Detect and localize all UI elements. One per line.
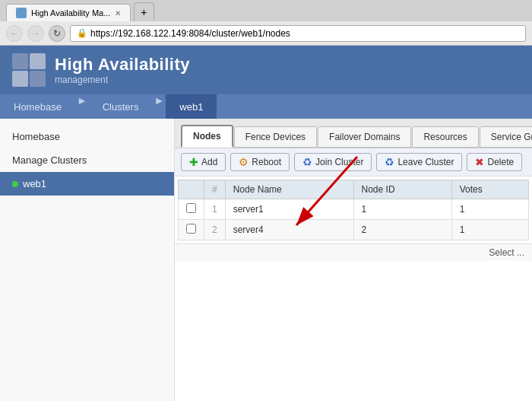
browser-nav-bar: ← → ↻ 🔒 https://192.168.122.149:8084/clu… <box>0 21 532 46</box>
browser-tab-bar: High Availability Ma... ✕ + <box>0 0 532 21</box>
tab-close-button[interactable]: ✕ <box>115 9 121 18</box>
nodes-table: # Node Name Node ID Votes 1 server1 1 1 … <box>178 180 529 240</box>
tab-favicon <box>16 8 27 18</box>
active-dot <box>12 181 18 187</box>
logo-cell-4 <box>30 71 46 87</box>
row-votes: 1 <box>451 199 528 220</box>
row-node-id: 1 <box>353 199 451 220</box>
sidebar-item-homebase[interactable]: Homebase <box>0 125 174 148</box>
row-index: 2 <box>204 220 226 240</box>
row-index: 1 <box>204 199 226 220</box>
row-node-name: server1 <box>225 199 353 220</box>
url-text: https://192.168.122.149:8084/cluster/web… <box>90 28 290 39</box>
sidebar-item-web1[interactable]: web1 <box>0 172 174 196</box>
reboot-icon: ⚙ <box>239 156 249 168</box>
col-checkbox <box>179 180 204 199</box>
main-layout: Homebase Manage Clusters web1 Nodes Fenc… <box>0 119 532 401</box>
col-index: # <box>204 180 226 199</box>
breadcrumb-arrow-1: ► <box>77 94 87 119</box>
delete-icon: ✖ <box>475 156 484 168</box>
top-nav: Homebase ► Clusters ► web1 <box>0 94 532 119</box>
tab-fence-devices[interactable]: Fence Devices <box>234 126 317 148</box>
top-nav-clusters[interactable]: Clusters <box>89 94 153 119</box>
logo-cell-2 <box>30 53 46 69</box>
top-nav-homebase[interactable]: Homebase <box>0 94 75 119</box>
reboot-button[interactable]: ⚙ Reboot <box>230 153 290 171</box>
ha-logo <box>12 53 46 87</box>
table-header-row: # Node Name Node ID Votes <box>179 180 529 199</box>
toolbar: ✚ Add ⚙ Reboot ♻ Join Cluster ♻ Leave Cl… <box>175 148 532 177</box>
tab-label: High Availability Ma... <box>31 8 110 18</box>
row-node-name: server4 <box>225 220 353 240</box>
sidebar-item-manage-clusters[interactable]: Manage Clusters <box>0 148 174 172</box>
content-area: Nodes Fence Devices Failover Domains Res… <box>175 119 532 401</box>
tabs-container: Nodes Fence Devices Failover Domains Res… <box>175 119 532 148</box>
row-node-id: 2 <box>353 220 451 240</box>
lock-icon: 🔒 <box>77 28 87 38</box>
col-node-id: Node ID <box>353 180 451 199</box>
col-node-name: Node Name <box>225 180 353 199</box>
top-nav-web1[interactable]: web1 <box>166 94 217 119</box>
add-icon: ✚ <box>189 156 198 168</box>
logo-cell-1 <box>12 53 28 69</box>
delete-button[interactable]: ✖ Delete <box>467 153 522 171</box>
app-header: High Availability management <box>0 46 532 94</box>
header-text: High Availability management <box>55 55 190 85</box>
tab-service-groups[interactable]: Service Grou... <box>480 126 532 148</box>
address-bar[interactable]: 🔒 https://192.168.122.149:8084/cluster/w… <box>70 25 526 42</box>
sidebar: Homebase Manage Clusters web1 <box>0 119 175 401</box>
browser-tab[interactable]: High Availability Ma... ✕ <box>6 4 131 21</box>
row-checkbox-cell[interactable] <box>179 199 204 220</box>
table-row[interactable]: 1 server1 1 1 <box>179 199 529 220</box>
tab-nodes[interactable]: Nodes <box>181 125 233 148</box>
table-row[interactable]: 2 server4 2 1 <box>179 220 529 240</box>
join-cluster-button[interactable]: ♻ Join Cluster <box>294 153 372 171</box>
select-bar: Select ... <box>175 243 532 261</box>
new-tab-button[interactable]: + <box>134 2 154 21</box>
row-checkbox-cell[interactable] <box>179 220 204 240</box>
nodes-table-container: # Node Name Node ID Votes 1 server1 1 1 … <box>175 177 532 243</box>
app-title: High Availability <box>55 55 190 75</box>
col-votes: Votes <box>451 180 528 199</box>
join-icon: ♻ <box>302 156 312 168</box>
leave-icon: ♻ <box>385 156 394 168</box>
row-checkbox[interactable] <box>186 203 196 213</box>
back-button[interactable]: ← <box>6 25 23 42</box>
row-votes: 1 <box>451 220 528 240</box>
row-checkbox[interactable] <box>186 224 196 234</box>
logo-cell-3 <box>12 71 28 87</box>
reload-button[interactable]: ↻ <box>49 25 65 42</box>
add-button[interactable]: ✚ Add <box>181 153 226 171</box>
app-subtitle: management <box>55 75 190 85</box>
tab-failover-domains[interactable]: Failover Domains <box>318 126 411 148</box>
select-label: Select ... <box>489 247 524 258</box>
leave-cluster-button[interactable]: ♻ Leave Cluster <box>376 153 462 171</box>
tab-resources[interactable]: Resources <box>412 126 478 148</box>
breadcrumb-arrow-2: ► <box>154 94 164 119</box>
forward-button[interactable]: → <box>27 25 44 42</box>
